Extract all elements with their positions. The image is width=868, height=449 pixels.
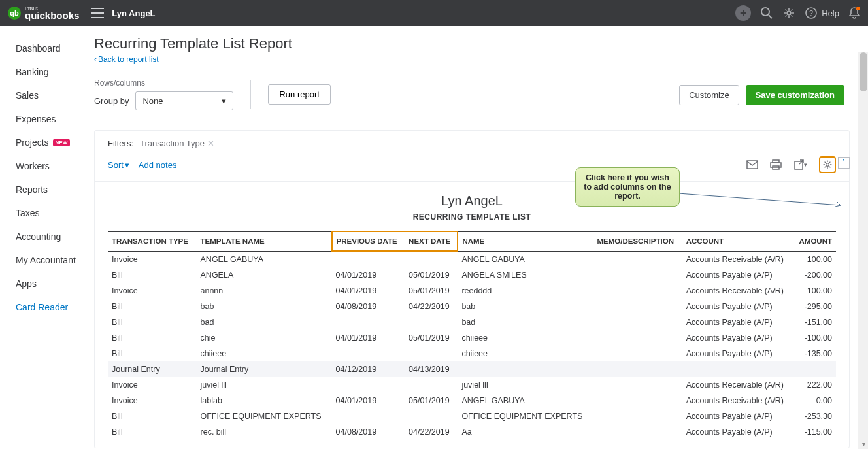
cell-name: bab — [458, 299, 593, 314]
cell-template: chie — [197, 330, 332, 346]
cell-memo — [593, 393, 682, 408]
cell-amount: 222.00 — [793, 377, 836, 393]
column-header[interactable]: MEMO/DESCRIPTION — [593, 231, 682, 251]
cell-memo — [593, 330, 682, 346]
sidebar-item-dashboard[interactable]: Dashboard — [16, 37, 78, 60]
table-row[interactable]: BillbadbadAccounts Payable (A/P)-151.00 — [108, 314, 836, 330]
cell-memo — [593, 299, 682, 314]
cell-template: bab — [197, 299, 332, 314]
column-header[interactable]: AMOUNT — [793, 231, 836, 251]
sidebar-item-sales[interactable]: Sales — [16, 84, 78, 107]
clear-filter-icon[interactable]: ✕ — [207, 139, 214, 148]
scroll-down-arrow-icon[interactable]: ▾ — [858, 439, 868, 449]
sidebar-item-apps[interactable]: Apps — [16, 272, 78, 295]
filters-label: Filters: — [108, 139, 133, 148]
customize-button[interactable]: Customize — [679, 85, 739, 105]
sidebar-item-expenses[interactable]: Expenses — [16, 107, 78, 131]
svg-rect-4 — [747, 161, 758, 169]
hamburger-icon[interactable] — [91, 8, 104, 18]
sidebar-item-label: Dashboard — [16, 43, 61, 54]
cell-prev: 04/01/2019 — [332, 267, 405, 283]
cell-next — [405, 314, 458, 330]
cell-type: Bill — [108, 267, 197, 283]
sidebar-item-workers[interactable]: Workers — [16, 154, 78, 178]
cell-next — [405, 408, 458, 424]
run-report-button[interactable]: Run report — [268, 84, 330, 105]
sidebar-item-reports[interactable]: Reports — [16, 178, 78, 201]
export-icon[interactable]: ▾ — [793, 159, 807, 171]
cell-account: Accounts Payable (A/P) — [682, 267, 793, 283]
help-icon[interactable]: ? — [805, 7, 818, 20]
table-row[interactable]: Invoicejuviel llljuviel lllAccounts Rece… — [108, 377, 836, 393]
report-table: TRANSACTION TYPETEMPLATE NAMEPREVIOUS DA… — [108, 231, 836, 440]
gear-icon[interactable] — [782, 7, 795, 20]
column-header[interactable]: TRANSACTION TYPE — [108, 231, 197, 251]
quickbooks-logo[interactable]: qb intuit quickbooks — [8, 6, 79, 20]
sidebar-item-banking[interactable]: Banking — [16, 60, 78, 84]
sidebar-item-taxes[interactable]: Taxes — [16, 201, 78, 225]
cell-prev — [332, 346, 405, 361]
add-notes-button[interactable]: Add notes — [139, 160, 177, 170]
collapse-panel-button[interactable]: ˄ — [838, 157, 850, 169]
quick-create-icon[interactable]: + — [735, 5, 751, 21]
sort-button[interactable]: Sort ▾ — [108, 160, 129, 170]
column-header[interactable]: TEMPLATE NAME — [197, 231, 332, 251]
cell-type: Bill — [108, 424, 197, 440]
cell-prev: 04/12/2019 — [332, 361, 405, 377]
table-row[interactable]: Invoiceannnn04/01/201905/01/2019reeddddA… — [108, 283, 836, 299]
divider — [250, 80, 251, 109]
tooltip-text: Click here if you wish to add columns on… — [584, 173, 671, 201]
back-to-report-list-link[interactable]: ‹ Back to report list — [94, 55, 850, 64]
scrollbar-thumb[interactable] — [860, 52, 867, 91]
print-icon[interactable] — [770, 159, 782, 170]
new-badge: NEW — [53, 139, 71, 146]
cell-type: Invoice — [108, 377, 197, 393]
sidebar-item-accounting[interactable]: Accounting — [16, 225, 78, 248]
column-header[interactable]: ACCOUNT — [682, 231, 793, 251]
cell-prev — [332, 314, 405, 330]
cell-account: Accounts Payable (A/P) — [682, 330, 793, 346]
cell-amount: -295.00 — [793, 299, 836, 314]
table-row[interactable]: Billrec. bill04/08/201904/22/2019AaAccou… — [108, 424, 836, 440]
table-row[interactable]: BillchiieeechiieeeAccounts Payable (A/P)… — [108, 346, 836, 361]
rows-columns-label: Rows/columns — [94, 78, 233, 88]
save-customization-button[interactable]: Save customization — [746, 85, 844, 105]
table-row[interactable]: BillOFFICE EQUIPMENT EXPERTSOFFICE EQUIP… — [108, 408, 836, 424]
sidebar-item-my-accountant[interactable]: My Accountant — [16, 248, 78, 272]
sidebar-item-card-reader[interactable]: Card Reader — [16, 295, 78, 319]
sidebar-item-label: Accounting — [16, 231, 61, 242]
table-row[interactable]: Billchie04/01/201905/01/2019chiieeeAccou… — [108, 330, 836, 346]
cell-prev: 04/08/2019 — [332, 299, 405, 314]
cell-account: Accounts Receivable (A/R) — [682, 393, 793, 408]
notifications-icon[interactable] — [848, 7, 860, 20]
email-icon[interactable] — [746, 160, 758, 169]
sidebar-item-projects[interactable]: ProjectsNEW — [16, 131, 78, 154]
column-header[interactable]: NAME — [458, 231, 593, 251]
group-by-select[interactable]: None ▾ — [135, 91, 233, 110]
cell-next: 05/01/2019 — [405, 267, 458, 283]
table-row[interactable]: Billbab04/08/201904/22/2019babAccounts P… — [108, 299, 836, 314]
filter-pill-transaction-type[interactable]: Transaction Type ✕ — [140, 139, 214, 148]
column-header[interactable]: NEXT DATE — [405, 231, 458, 251]
cell-memo — [593, 408, 682, 424]
cell-type: Invoice — [108, 393, 197, 408]
cell-account — [682, 361, 793, 377]
table-row[interactable]: Journal EntryJournal Entry04/12/201904/1… — [108, 361, 836, 377]
cell-amount: -151.00 — [793, 314, 836, 330]
cell-amount: -115.00 — [793, 424, 836, 440]
column-header[interactable]: PREVIOUS DATE — [332, 231, 405, 251]
help-label[interactable]: Help — [822, 8, 839, 18]
cell-amount: -200.00 — [793, 267, 836, 283]
search-icon[interactable] — [760, 7, 773, 20]
table-row[interactable]: BillANGELA04/01/201905/01/2019ANGELA SMI… — [108, 267, 836, 283]
content-area: Recurring Template List Report ‹ Back to… — [78, 26, 868, 449]
table-row[interactable]: Invoicelablab04/01/201905/01/2019ANGEL G… — [108, 393, 836, 408]
report-settings-gear-icon[interactable] — [819, 156, 836, 173]
cell-memo — [593, 251, 682, 267]
scrollbar-vertical[interactable]: ▴ ▾ — [858, 52, 868, 449]
table-row[interactable]: InvoiceANGEL GABUYAANGEL GABUYAAccounts … — [108, 251, 836, 267]
cell-prev: 04/01/2019 — [332, 283, 405, 299]
report-container: Filters: Transaction Type ✕ Sort ▾ Add n… — [94, 130, 850, 448]
chevron-up-icon: ˄ — [842, 159, 846, 167]
cell-name: chiieee — [458, 346, 593, 361]
